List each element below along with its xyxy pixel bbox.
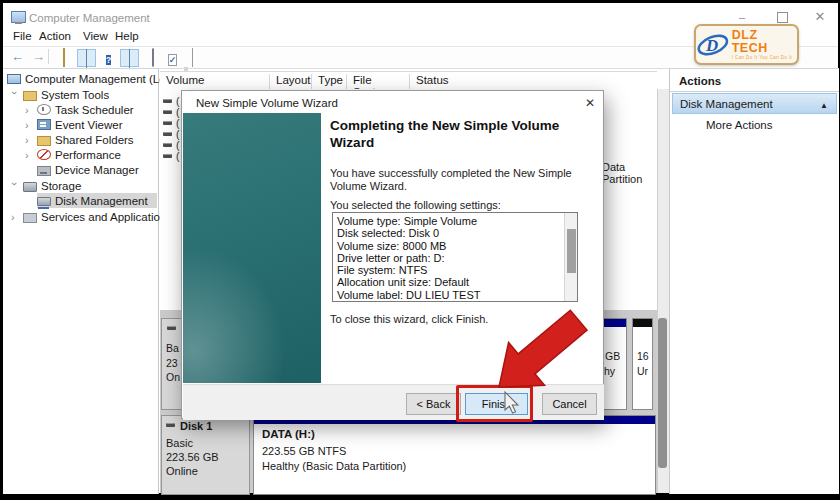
clock-icon	[37, 104, 51, 115]
disk1-label-block[interactable]: Disk 1 Basic 223.56 GB Online	[161, 415, 250, 495]
settings-summary-box[interactable]: Volume type: Simple Volume Disk selected…	[332, 212, 578, 302]
wizard-intro-text: You have successfully completed the New …	[330, 167, 582, 193]
window-title: Computer Management	[29, 12, 150, 24]
chevron-right-icon[interactable]	[25, 135, 33, 145]
logo-brand-text: DLZ TECH	[732, 29, 797, 55]
minimize-icon[interactable]	[735, 10, 749, 24]
actions-title: Actions	[679, 75, 721, 87]
status-cell-fragment: Data Partition	[602, 161, 657, 185]
column-type[interactable]: Type	[312, 74, 347, 90]
settings-summary-list: Volume type: Simple Volume Disk selected…	[337, 215, 563, 302]
column-volume[interactable]: Volume	[160, 74, 270, 90]
setting-line: Volume size: 8000 MB	[337, 240, 563, 252]
setting-line: Volume label: DU LIEU TEST	[337, 289, 563, 301]
menu-help[interactable]: Help	[115, 30, 139, 42]
volume-icon	[163, 132, 172, 136]
volume-icon	[163, 99, 172, 103]
forward-icon[interactable]: →	[30, 49, 47, 65]
folder-icon	[23, 91, 37, 101]
chevron-right-icon[interactable]	[25, 150, 33, 160]
settings-scrollbar[interactable]	[564, 213, 577, 301]
performance-icon	[37, 149, 51, 160]
tree-item-task-scheduler[interactable]: Task Scheduler	[25, 102, 134, 117]
setting-line: Disk selected: Disk 0	[337, 227, 563, 239]
back-button[interactable]: < Back	[406, 393, 461, 415]
column-status[interactable]: Status	[410, 74, 656, 90]
settings-scrollbar-thumb[interactable]	[567, 229, 576, 273]
new-simple-volume-wizard-dialog: New Simple Volume Wizard ✕ Completing th…	[181, 90, 604, 419]
finish-highlight-box	[456, 385, 533, 422]
chevron-right-icon[interactable]	[11, 212, 19, 222]
volume-icon	[163, 121, 172, 125]
column-layout[interactable]: Layout	[270, 74, 312, 90]
volume-row-fragment[interactable]: (	[163, 150, 180, 162]
wizard-banner-art	[183, 113, 321, 383]
disk-icon	[166, 423, 175, 427]
actions-panel: Actions Disk Management ▲ More Actions ▶	[669, 68, 839, 494]
console-window-icon[interactable]	[77, 49, 96, 67]
logo-swoosh-icon: D	[696, 29, 730, 61]
maximize-icon[interactable]	[775, 10, 789, 24]
volume-list-header: Volume Layout Type File System Status	[160, 71, 657, 91]
device-icon	[37, 166, 51, 176]
services-icon	[23, 213, 37, 223]
actions-group-disk-management[interactable]: Disk Management ▲	[672, 93, 837, 114]
tree-item-storage[interactable]: Storage	[11, 178, 81, 193]
disk1-partition-data[interactable]: DATA (H:) 223.55 GB NTFS Healthy (Basic …	[253, 415, 656, 495]
chevron-down-icon[interactable]	[10, 182, 20, 190]
column-file-system[interactable]: File System	[347, 74, 410, 90]
app-icon	[11, 11, 26, 23]
help-icon[interactable]: ?	[100, 49, 117, 65]
disk-icon[interactable]	[144, 49, 161, 65]
menu-file[interactable]: File	[13, 30, 32, 42]
tree-item-services-applications[interactable]: Services and Applications	[11, 209, 172, 224]
cancel-button[interactable]: Cancel	[542, 393, 597, 415]
volume-icon	[163, 110, 172, 114]
export-icon[interactable]	[55, 49, 72, 65]
dialog-close-icon[interactable]: ✕	[582, 96, 598, 110]
volume-icon	[163, 143, 172, 147]
tree-item-computer-management[interactable]: Computer Management (Local)	[7, 71, 184, 86]
tree-item-system-tools[interactable]: System Tools	[11, 87, 109, 102]
collapse-caret-icon[interactable]: ▲	[820, 101, 828, 110]
checklist-icon[interactable]: ✓	[164, 49, 181, 65]
wizard-closing-text: To close this wizard, click Finish.	[330, 313, 582, 325]
scrollbar-thumb[interactable]	[658, 318, 667, 468]
console-tree: Computer Management (Local) System Tools…	[3, 68, 159, 494]
close-icon[interactable]	[813, 10, 827, 24]
setting-line: Allocation unit size: Default	[337, 276, 563, 288]
tree-item-device-manager[interactable]: Device Manager	[25, 162, 139, 177]
tree-item-performance[interactable]: Performance	[25, 147, 121, 162]
divider	[670, 91, 839, 92]
logo-tagline: I Can Do It You Can Do It	[732, 55, 797, 60]
setting-line: Quick format: Yes	[337, 301, 563, 302]
svg-text:D: D	[705, 35, 718, 54]
chevron-right-icon[interactable]	[25, 120, 33, 130]
dialog-footer: < Back Finish Cancel	[183, 384, 604, 420]
chevron-down-icon[interactable]	[10, 91, 20, 99]
layout-icon[interactable]	[184, 49, 201, 65]
volume-icon	[163, 154, 172, 158]
chevron-right-icon[interactable]	[25, 105, 33, 115]
event-log-icon	[37, 119, 51, 130]
more-actions-item[interactable]: More Actions ▶	[672, 116, 840, 134]
tree-item-event-viewer[interactable]: Event Viewer	[25, 117, 123, 132]
setting-line: Volume type: Simple Volume	[337, 215, 563, 227]
unallocated-color-bar	[633, 319, 652, 327]
dlz-tech-logo: D DLZ TECH I Can Do It You Can Do It	[694, 24, 799, 65]
wizard-heading: Completing the New Simple Volume Wizard	[330, 117, 588, 151]
shared-folder-icon	[37, 136, 51, 146]
dialog-title: New Simple Volume Wizard	[196, 97, 338, 109]
disk-management-icon	[37, 197, 51, 206]
toolbar-divider	[48, 49, 49, 64]
disk0-unallocated-block[interactable]: 16 Ur	[632, 318, 653, 410]
tree-item-shared-folders[interactable]: Shared Folders	[25, 132, 134, 147]
computer-icon	[7, 74, 21, 84]
back-icon[interactable]: ←	[9, 49, 26, 65]
menu-action[interactable]: Action	[39, 30, 71, 42]
tree-item-disk-management[interactable]: Disk Management	[25, 193, 148, 208]
wizard-settings-label: You selected the following settings:	[330, 199, 582, 211]
console-tree-icon[interactable]	[120, 49, 139, 67]
storage-icon	[23, 182, 37, 192]
menu-view[interactable]: View	[83, 30, 108, 42]
